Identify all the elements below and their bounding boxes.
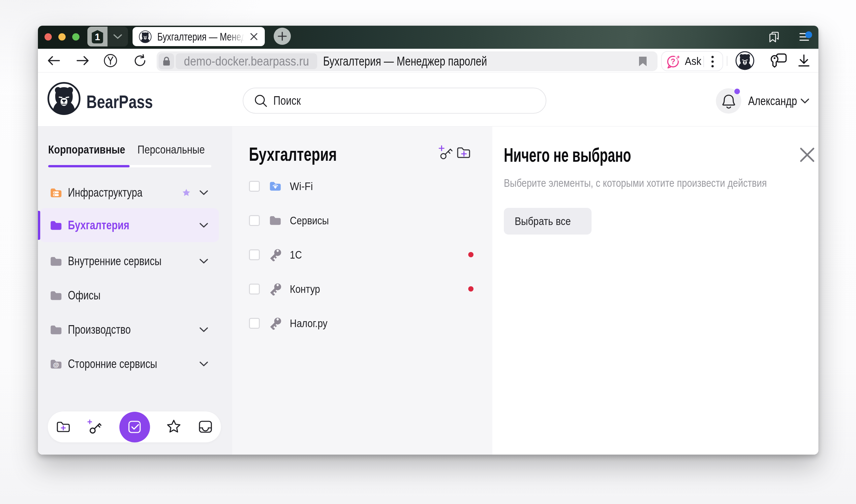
svg-text:@: @: [53, 361, 59, 368]
svg-text:1: 1: [95, 32, 100, 42]
svg-text:?: ?: [671, 57, 675, 66]
